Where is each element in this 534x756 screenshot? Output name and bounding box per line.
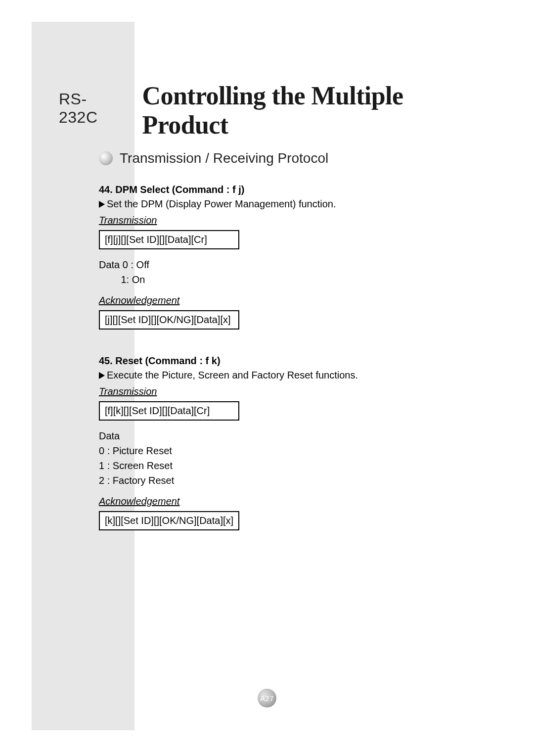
data-values: Data 0 : Off 1: On [99, 257, 445, 287]
acknowledgement-label: Acknowledgement [99, 496, 445, 507]
header-prefix: RS-232C [59, 90, 126, 127]
page-header: RS-232C Controlling the Multiple Product [59, 81, 494, 140]
command-title: 45. Reset (Command : f k) [99, 355, 445, 367]
transmission-code: [f][j][][Set ID][][Data][Cr] [99, 230, 239, 249]
page-background: RS-232C Controlling the Multiple Product… [32, 22, 502, 730]
command-title: 44. DPM Select (Command : f j) [99, 184, 445, 195]
transmission-label: Transmission [99, 215, 445, 226]
triangle-icon [99, 201, 105, 208]
page-number-badge: A27 [258, 689, 276, 708]
header-title: Controlling the Multiple Product [142, 81, 494, 140]
content-area: Transmission / Receiving Protocol 44. DP… [99, 150, 445, 556]
transmission-code: [f][k][][Set ID][][Data][Cr] [99, 401, 239, 421]
command-description: Set the DPM (Display Power Management) f… [99, 198, 445, 210]
section-title: Transmission / Receiving Protocol [120, 150, 328, 166]
section-heading: Transmission / Receiving Protocol [99, 150, 445, 166]
command-description: Execute the Picture, Screen and Factory … [99, 370, 445, 381]
acknowledgement-code: [j][][Set ID][][OK/NG][Data][x] [99, 310, 239, 330]
acknowledgement-label: Acknowledgement [99, 295, 445, 306]
transmission-label: Transmission [99, 386, 445, 397]
command-desc-text: Set the DPM (Display Power Management) f… [107, 198, 336, 209]
bullet-icon [99, 151, 113, 165]
command-desc-text: Execute the Picture, Screen and Factory … [107, 370, 358, 380]
triangle-icon [99, 372, 105, 379]
acknowledgement-code: [k][][Set ID][][OK/NG][Data][x] [99, 511, 239, 530]
command-block: 44. DPM Select (Command : f j) Set the D… [99, 184, 445, 337]
command-block: 45. Reset (Command : f k) Execute the Pi… [99, 355, 445, 538]
data-values: Data 0 : Picture Reset 1 : Screen Reset … [99, 428, 445, 488]
